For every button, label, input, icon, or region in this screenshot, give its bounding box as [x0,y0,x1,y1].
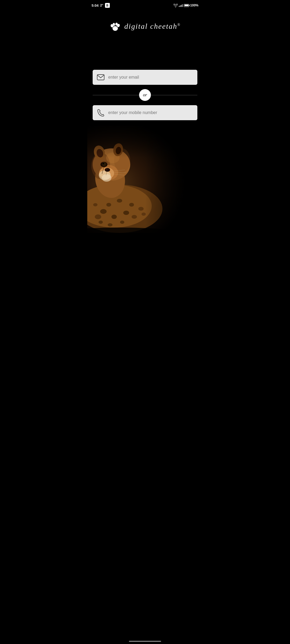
inputs-area: or [87,70,203,120]
wifi-icon [173,4,178,7]
cheetah-image-area [87,126,203,233]
phone-input-container[interactable] [93,105,197,120]
cheetah-illustration [87,126,203,233]
email-icon [97,74,104,81]
or-divider: or [93,89,197,101]
signal-icon [179,4,183,7]
battery-fill [184,5,189,6]
phone-icon [97,109,104,116]
paw-icon [109,20,121,32]
status-left: 5:04 2° B [92,3,110,8]
battery-percent: 100% [190,3,198,7]
battery-icon: 100% [184,3,198,7]
svg-point-6 [115,26,116,27]
status-right: 100% [173,3,198,7]
brave-browser-icon: B [105,3,110,8]
status-temp: 2° [100,3,103,7]
svg-rect-50 [87,126,203,233]
home-indicator [129,641,161,642]
logo-text-container: digital cheetah® [124,22,181,31]
app-name: digital cheetah [124,22,177,30]
or-label: or [143,92,147,98]
logo-container: digital cheetah® [109,20,181,32]
status-time: 5:04 [92,3,99,8]
svg-point-7 [116,27,118,28]
logo-text: digital cheetah® [124,22,181,30]
or-line-right [151,95,197,95]
page-wrapper: 5:04 2° B [0,0,290,644]
svg-point-5 [113,27,114,28]
email-input-container[interactable] [93,70,197,85]
or-circle: or [139,89,151,101]
email-field[interactable] [108,75,193,80]
logo-area: digital cheetah® [87,10,203,38]
status-bar: 5:04 2° B [87,0,203,10]
registered-mark: ® [177,23,181,27]
logo-spacer [87,38,203,70]
battery-body [184,4,189,7]
phone-field[interactable] [108,110,193,115]
or-line-left [93,95,139,95]
svg-rect-8 [97,75,104,80]
screen: 5:04 2° B [87,0,203,644]
